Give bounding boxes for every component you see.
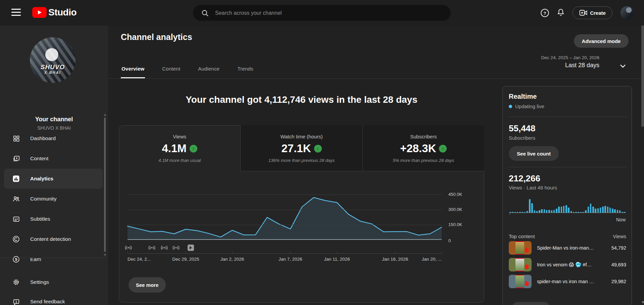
x-axis-label: Jan 7, 2026	[279, 257, 302, 262]
live-dot-icon	[509, 105, 512, 108]
realtime-views-label: Views · Last 48 hours	[509, 185, 557, 190]
top-content-row[interactable]: spider-man vs iron man … 29,982	[509, 273, 626, 290]
updating-live-status: Updating live	[509, 103, 544, 109]
youtube-studio-logo[interactable]: Studio	[32, 7, 77, 18]
metric-tab-subscribers[interactable]: Subscribers +28.3K↑ 5% more than previou…	[362, 125, 484, 171]
page-title: Channel analytics	[121, 32, 192, 42]
notifications-bell-icon[interactable]	[556, 8, 565, 17]
see-live-count-button[interactable]: See live count	[509, 146, 559, 161]
sidebar-item-community[interactable]: Community	[0, 189, 103, 209]
views-line-chart	[128, 171, 442, 240]
see-more-button[interactable]: See more	[129, 277, 166, 293]
content-icon	[12, 155, 20, 163]
realtime-bar-axis	[509, 213, 626, 213]
top-content-label: Top content	[509, 233, 535, 239]
tab-overview[interactable]: Overview	[121, 64, 145, 78]
x-axis-label: Dec 24, 2...	[128, 257, 151, 262]
search-bar[interactable]	[193, 5, 451, 21]
chevron-down-icon[interactable]	[618, 61, 628, 71]
broadcast-icon[interactable]	[172, 245, 180, 250]
metric-tab-watch-time-hours-[interactable]: Watch time (hours) 27.1K↑ 136% more than…	[240, 125, 362, 171]
video-thumbnail	[509, 241, 532, 255]
analytics-tabs: OverviewContentAudienceTrends	[121, 64, 254, 78]
hamburger-menu-icon[interactable]	[11, 9, 21, 17]
metric-tabs: Views 4.1M↑ 4.1M more than usualWatch ti…	[119, 125, 484, 171]
up-arrow-icon: ↑	[190, 145, 197, 152]
x-axis	[128, 253, 442, 254]
sidebar-item-earn[interactable]: $ Earn	[0, 249, 103, 269]
x-axis-label: Jan 16, 2026	[382, 257, 408, 262]
views-headline: Your channel got 4,112,746 views in the …	[119, 94, 484, 105]
tab-trends[interactable]: Trends	[237, 64, 254, 78]
video-thumbnail	[509, 275, 532, 288]
x-axis-label: Jan 11, 2026	[324, 257, 350, 262]
x-axis-labels: Dec 24, 2...Dec 29, 2025Jan 2, 2026Jan 7…	[128, 257, 442, 263]
top-bar: Studio ? Create	[0, 0, 644, 26]
sidebar-item-content[interactable]: Content	[0, 148, 103, 169]
help-icon[interactable]: ?	[540, 8, 549, 17]
dashboard-icon	[12, 134, 20, 142]
video-thumbnail	[509, 258, 532, 271]
y-axis-label: 450.0K	[448, 192, 462, 197]
create-button[interactable]: Create	[573, 6, 612, 19]
top-content-row[interactable]: Iron vs venom 😱 🥶 #f… 49,693	[509, 256, 626, 273]
copyright-icon	[12, 235, 20, 243]
realtime-title: Realtime	[509, 93, 537, 100]
date-preset-text: Last 28 days	[524, 62, 599, 69]
realtime-bar-tick	[509, 213, 510, 215]
video-title: Spider-Man vs iron-man…	[537, 245, 609, 251]
views-column-label: Views	[613, 233, 626, 239]
line-chart-plot	[128, 171, 442, 240]
sidebar-item-analytics[interactable]: Analytics	[4, 169, 103, 189]
broadcast-icon[interactable]	[148, 245, 155, 250]
metric-tab-views[interactable]: Views 4.1M↑ 4.1M more than usual	[119, 125, 240, 171]
advanced-mode-button[interactable]: Advanced mode	[574, 34, 629, 48]
page-scrollbar[interactable]	[641, 26, 644, 127]
x-axis-label: Jan 2, 2026	[220, 257, 244, 262]
sidebar-item-send-feedback[interactable]: Send feedback	[0, 292, 103, 305]
shorts-badge-icon	[525, 264, 529, 269]
sidebar: SHUVO X BHAI Your channel SHUVO X BHAI D…	[0, 26, 108, 305]
top-content-row[interactable]: Spider-Man vs iron-man… 54,792	[509, 239, 626, 256]
realtime-subscribers-value: 55,448	[509, 123, 536, 134]
broadcast-icon[interactable]	[161, 245, 168, 250]
shorts-badge-icon	[525, 248, 529, 253]
video-play-marker-icon[interactable]	[188, 245, 194, 251]
scrollbar-down-arrow[interactable]	[642, 301, 644, 304]
now-label: Now	[573, 217, 626, 222]
video-title: Iron vs venom 😱 🥶 #f…	[537, 262, 609, 268]
account-avatar[interactable]	[621, 6, 634, 19]
analytics-icon	[12, 175, 20, 183]
tabs-border	[108, 78, 644, 79]
sidebar-item-subtitles[interactable]: Subtitles	[0, 209, 103, 229]
realtime-subscribers-label: Subscribers	[509, 135, 535, 141]
tab-audience[interactable]: Audience	[197, 64, 220, 78]
community-icon	[12, 195, 20, 203]
x-axis-label: Jan 20, ...	[422, 257, 442, 262]
studio-wordmark: Studio	[48, 7, 77, 18]
gear-icon	[12, 278, 20, 286]
date-range-selector[interactable]: Dec 24, 2025 – Jan 20, 2026 Last 28 days	[524, 55, 599, 69]
tab-content[interactable]: Content	[161, 64, 181, 78]
live-stream-markers	[125, 244, 194, 251]
date-range-text: Dec 24, 2025 – Jan 20, 2026	[524, 55, 599, 60]
y-axis-label: 300.0K	[448, 207, 462, 212]
top-content-list: Spider-Man vs iron-man… 54,792 Iron vs v…	[509, 239, 626, 290]
search-input[interactable]	[214, 10, 431, 16]
sidebar-item-dashboard[interactable]: Dashboard	[0, 128, 103, 148]
channel-avatar[interactable]: SHUVO X BHAI	[30, 37, 76, 83]
realtime-bar-chart	[509, 199, 626, 213]
up-arrow-icon: ↑	[314, 145, 322, 152]
your-channel-label: Your channel	[0, 116, 108, 123]
realtime-divider	[509, 117, 626, 117]
sidebar-scrollbar[interactable]	[104, 114, 106, 281]
sidebar-item-content-detection[interactable]: Content detection	[0, 229, 103, 249]
partial-button[interactable]	[512, 302, 549, 305]
sidebar-item-settings[interactable]: Settings	[0, 272, 103, 292]
realtime-divider	[509, 167, 626, 167]
up-arrow-icon: ↑	[439, 145, 447, 152]
broadcast-icon[interactable]	[125, 245, 132, 250]
sidebar-divider	[0, 258, 108, 258]
video-views: 49,693	[611, 262, 626, 267]
dollar-icon: $	[12, 255, 20, 263]
